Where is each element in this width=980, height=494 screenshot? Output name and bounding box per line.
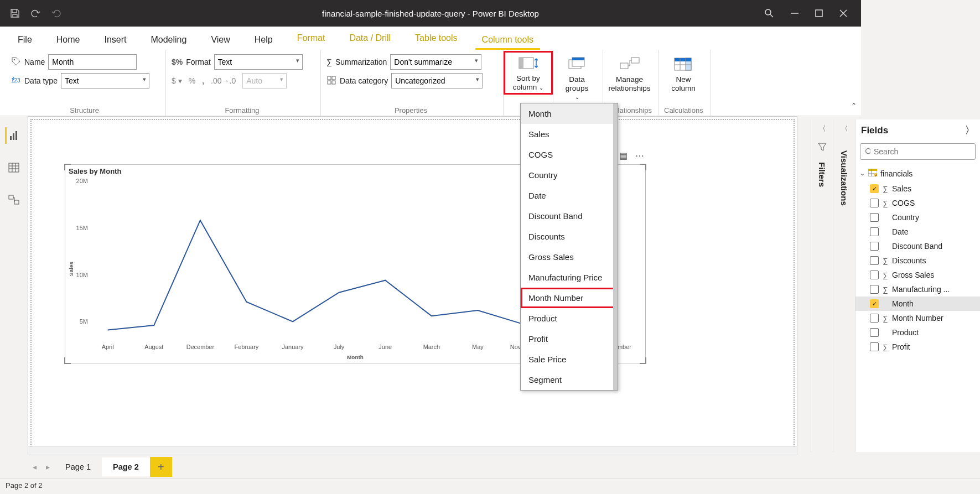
svg-point-2 [14,59,15,60]
undo-icon[interactable] [30,8,41,18]
summarization-select[interactable]: Don't summarize [390,54,481,70]
name-input[interactable] [48,54,137,70]
sort-icon [518,55,539,72]
ribbon-collapse-icon[interactable]: ⌃ [851,102,857,110]
category-select[interactable]: Uncategorized [391,73,483,89]
sort-by-column-button[interactable]: Sort by column ⌄ [505,52,552,93]
tab-home[interactable]: Home [44,30,92,50]
sort-menu-item[interactable]: Month [521,103,618,124]
svg-rect-13 [620,63,628,69]
minimize-icon[interactable] [791,9,798,17]
tab-table-tools[interactable]: Table tools [403,28,470,50]
tab-insert[interactable]: Insert [92,30,138,50]
sort-menu-item[interactable]: Manufacturing Price [521,267,618,288]
sort-menu-item[interactable]: Month Number [521,288,618,308]
fields-search[interactable] [860,143,861,160]
datatype-label: Data type [24,76,58,85]
visual-more-icon[interactable]: ⋯ [635,150,644,161]
svg-point-0 [765,9,771,15]
field-row[interactable]: ∑Manufacturing ... [855,282,861,297]
tab-help[interactable]: Help [242,30,285,50]
svg-text:10M: 10M [76,272,88,278]
field-row[interactable]: Date [855,225,861,239]
category-label: Data category [340,76,388,85]
viz-label: Visualizations [839,150,849,206]
app-title: financial-sample-finished-update-query -… [322,9,539,18]
data-groups-button[interactable]: Data groups ⌄ [559,54,595,103]
sort-menu-item[interactable]: Profit [521,329,618,349]
field-row[interactable]: ✓∑Sales [855,181,861,196]
field-row[interactable]: ∑Month Number [855,311,861,325]
tab-modeling[interactable]: Modeling [138,30,199,50]
save-icon[interactable] [10,8,20,18]
table-node[interactable]: ⌄ financials [855,165,861,181]
field-row[interactable]: Country [855,210,861,225]
data-view-icon[interactable] [6,159,22,176]
field-row[interactable]: Discount Band [855,239,861,253]
canvas[interactable]: ⛶ ▤ ⋯ Sales by Month 5M10M15M20MSalesApr… [28,116,797,439]
tab-column-tools[interactable]: Column tools [470,30,546,50]
sort-menu-item[interactable]: Gross Sales [521,247,618,267]
field-row[interactable]: ∑COGS [855,196,861,210]
groups-icon [567,56,588,73]
tab-data-drill[interactable]: Data / Drill [337,28,403,50]
resize-handle-tl[interactable] [64,164,71,170]
visual-focus-icon[interactable]: ▤ [619,150,628,161]
tab-view[interactable]: View [199,30,242,50]
resize-handle-bl[interactable] [64,357,71,364]
sort-menu-item[interactable]: Discounts [521,226,618,247]
percent-btn: % [189,76,195,85]
svg-rect-7 [332,81,335,84]
sort-menu-item[interactable]: Sale Price [521,349,618,370]
svg-text:Month: Month [347,354,364,360]
sort-menu-item[interactable]: COGS [521,144,618,165]
datatype-select[interactable]: Text [61,73,149,89]
field-row[interactable]: ✓Month [855,297,861,311]
group-properties-label: Properties [326,104,495,115]
rel-btn-label: Manage relationships [609,75,651,92]
sort-menu-item[interactable]: Discount Band [521,206,618,226]
field-row[interactable]: Product [855,325,861,340]
filters-pane-collapsed[interactable]: 〉 Filters [811,119,833,439]
menubar: File Home Insert Modeling View Help Form… [0,27,861,50]
redo-icon[interactable] [51,8,62,18]
svg-text:May: May [472,344,484,350]
sort-menu-item[interactable]: Sales [521,124,618,144]
viz-pane-collapsed[interactable]: 〉 Visualizations [833,119,855,439]
format-select[interactable]: Text [214,54,303,70]
svg-rect-14 [631,58,639,63]
tab-format[interactable]: Format [285,28,338,50]
tab-file[interactable]: File [6,30,44,50]
svg-rect-22 [9,163,19,172]
group-formatting-label: Formatting [172,104,313,115]
resize-handle-tr[interactable] [640,164,646,170]
svg-text:December: December [186,344,215,350]
dropdown-scrollbar[interactable] [613,103,618,390]
sort-menu-item[interactable]: Date [521,185,618,206]
field-row[interactable]: ∑Discounts [855,253,861,268]
newcol-btn-label: New column [671,75,696,92]
sort-menu-item[interactable]: Product [521,308,618,329]
svg-rect-4 [328,76,331,80]
group-structure-label: Structure [11,104,158,115]
close-icon[interactable] [839,9,847,17]
svg-text:5M: 5M [80,318,88,325]
decimals-btn: .00→.0 [211,76,236,85]
search-icon[interactable] [764,8,774,18]
resize-handle-br[interactable] [640,357,646,364]
svg-text:August: August [144,344,163,350]
sigma-icon: ∑ [326,58,332,66]
field-row[interactable]: ∑Gross Sales [855,268,861,282]
maximize-icon[interactable] [815,9,823,17]
name-label: Name [24,58,45,66]
manage-relationships-button[interactable]: Manage relationships [609,54,650,95]
newcol-icon [673,56,694,73]
field-row[interactable]: ∑Profit [855,340,861,354]
sort-menu-item[interactable]: Segment [521,370,618,390]
new-column-button[interactable]: New column [664,54,703,95]
report-view-icon[interactable] [5,127,22,144]
sort-menu-item[interactable]: Country [521,165,618,185]
datatype-icon: 123 [11,75,21,87]
model-view-icon[interactable] [6,191,22,208]
svg-rect-20 [13,133,14,140]
